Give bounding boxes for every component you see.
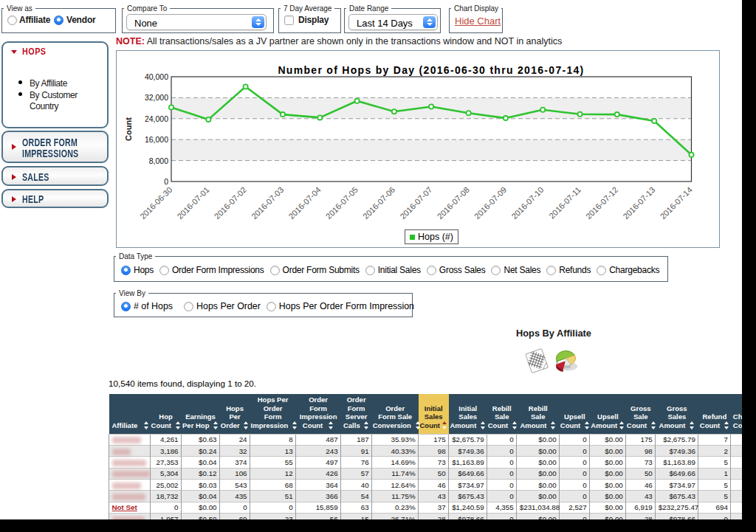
svg-text:40,000: 40,000 bbox=[145, 72, 168, 81]
svg-text:0: 0 bbox=[164, 177, 168, 186]
svg-text:2016-07-01: 2016-07-01 bbox=[175, 185, 210, 221]
svg-text:24,000: 24,000 bbox=[145, 114, 168, 123]
svg-text:2016-07-06: 2016-07-06 bbox=[361, 185, 396, 221]
svg-text:2016-07-12: 2016-07-12 bbox=[584, 185, 619, 221]
svg-text:2016-07-10: 2016-07-10 bbox=[509, 185, 545, 221]
svg-text:2016-07-11: 2016-07-11 bbox=[547, 185, 583, 221]
svg-text:32,000: 32,000 bbox=[145, 93, 168, 102]
svg-text:2016-06-30: 2016-06-30 bbox=[138, 185, 173, 221]
svg-text:2016-07-08: 2016-07-08 bbox=[436, 185, 471, 221]
svg-text:Number of Hops by Day (2016-06: Number of Hops by Day (2016-06-30 thru 2… bbox=[278, 64, 584, 76]
svg-text:2016-07-05: 2016-07-05 bbox=[324, 185, 360, 221]
svg-text:2016-07-14: 2016-07-14 bbox=[659, 185, 694, 221]
svg-text:2016-07-04: 2016-07-04 bbox=[286, 185, 322, 221]
svg-text:Count: Count bbox=[124, 117, 133, 141]
svg-text:2016-07-02: 2016-07-02 bbox=[213, 185, 248, 221]
svg-text:16,000: 16,000 bbox=[145, 135, 168, 144]
svg-text:2016-07-09: 2016-07-09 bbox=[472, 185, 508, 221]
svg-text:8,000: 8,000 bbox=[149, 156, 168, 165]
svg-text:2016-07-03: 2016-07-03 bbox=[250, 185, 285, 221]
svg-text:2016-07-07: 2016-07-07 bbox=[398, 185, 433, 221]
svg-text:2016-07-13: 2016-07-13 bbox=[621, 185, 656, 221]
